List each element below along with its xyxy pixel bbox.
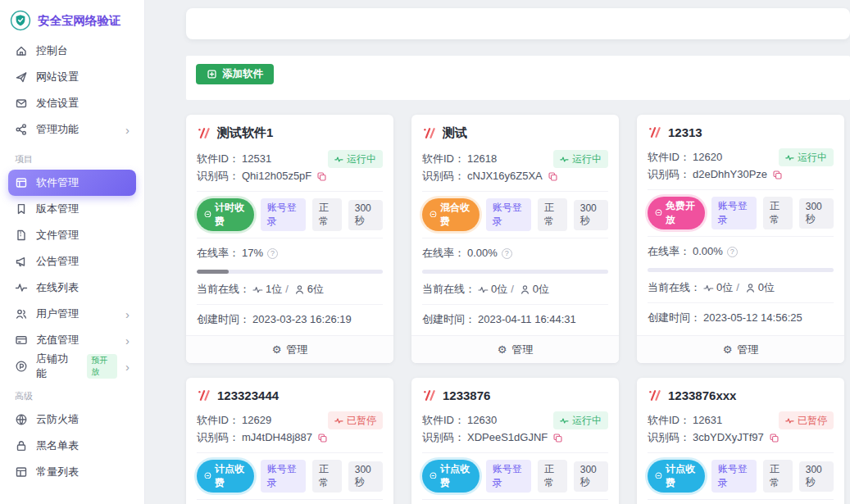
code-value: cNJX16y6Z5XA bbox=[467, 168, 543, 184]
credit-card-icon bbox=[15, 334, 28, 347]
unit-label: 位 bbox=[313, 281, 324, 297]
billing-coin-icon bbox=[430, 211, 437, 220]
sidebar-item-shop-functions[interactable]: 店铺功能 预开放 › bbox=[8, 353, 136, 379]
copy-icon[interactable] bbox=[317, 433, 328, 443]
software-id-label: 软件ID： bbox=[197, 414, 239, 426]
software-card: 12313 软件ID：12620 运行中 识别码： d2eDhhY30Pze bbox=[637, 115, 844, 363]
sidebar-item-constants-list[interactable]: 常量列表 bbox=[8, 459, 136, 485]
created-label: 创建时间： bbox=[648, 310, 701, 326]
chevron-right-icon: › bbox=[125, 124, 130, 136]
status-label: 运行中 bbox=[347, 151, 376, 167]
sidebar-item-file-management[interactable]: 文件管理 bbox=[8, 222, 136, 248]
manage-button[interactable]: ⚙ 管理 bbox=[637, 335, 844, 363]
sidebar-item-console[interactable]: 控制台 bbox=[8, 38, 136, 64]
billing-coin-icon bbox=[655, 209, 662, 218]
billing-label: 计点收费 bbox=[666, 462, 698, 490]
software-slash-icon bbox=[422, 388, 436, 402]
card-title: 1233876 bbox=[443, 388, 490, 402]
login-mode-tag: 账号登录 bbox=[711, 460, 757, 493]
sidebar-item-admin-functions[interactable]: 管理功能 › bbox=[8, 116, 136, 143]
status-pulse-icon bbox=[785, 153, 794, 162]
copy-icon[interactable] bbox=[552, 433, 563, 443]
billing-badge: 计点收费 bbox=[422, 460, 480, 493]
card-title: 测试软件1 bbox=[217, 125, 273, 141]
copy-icon[interactable] bbox=[548, 171, 558, 182]
manage-label: 管理 bbox=[511, 343, 533, 357]
billing-label: 计时收费 bbox=[215, 201, 247, 229]
status-pulse-icon bbox=[785, 416, 794, 425]
billing-coin-icon bbox=[655, 472, 662, 481]
help-icon[interactable]: ? bbox=[727, 247, 738, 257]
software-slash-icon bbox=[648, 125, 661, 139]
divider bbox=[422, 499, 608, 500]
online-rate-progress bbox=[648, 268, 834, 272]
table-icon bbox=[15, 465, 28, 479]
software-id-value: 12630 bbox=[467, 414, 497, 426]
sidebar-item-label: 文件管理 bbox=[36, 228, 79, 243]
window-icon bbox=[15, 176, 28, 189]
sidebar-item-recharge-management[interactable]: 充值管理 › bbox=[8, 327, 136, 353]
separator: / bbox=[511, 281, 514, 297]
card-body: 1233876xxx 软件ID：12631 已暂停 识别码： 3cbYDXyJT… bbox=[637, 378, 844, 504]
separator: / bbox=[285, 281, 289, 297]
state-tag: 正常 bbox=[763, 197, 793, 229]
code-value: mJ4tDH48j887 bbox=[242, 429, 312, 446]
card-title: 1233876xxx bbox=[668, 388, 736, 402]
software-card: 1233876xxx 软件ID：12631 已暂停 识别码： 3cbYDXyJT… bbox=[637, 378, 844, 504]
help-icon[interactable]: ? bbox=[502, 248, 512, 259]
brand-logo-icon bbox=[10, 10, 31, 31]
sidebar-item-mail-settings[interactable]: 发信设置 bbox=[8, 90, 136, 116]
status-label: 已暂停 bbox=[798, 412, 827, 429]
billing-label: 混合收费 bbox=[440, 201, 472, 229]
manage-button[interactable]: ⚙ 管理 bbox=[186, 335, 393, 363]
code-label: 识别码： bbox=[648, 166, 690, 183]
software-id-value: 12531 bbox=[242, 152, 271, 165]
online-rate-value: 17% bbox=[242, 245, 263, 261]
sidebar-item-label: 常量列表 bbox=[36, 465, 79, 479]
toolbar: 添加软件 bbox=[186, 56, 850, 100]
file-zip-icon bbox=[15, 229, 28, 242]
sidebar-item-label: 版本管理 bbox=[36, 202, 79, 216]
sidebar-item-cloud-firewall[interactable]: 云防火墙 bbox=[8, 406, 136, 433]
code-label: 识别码： bbox=[648, 429, 690, 446]
card-title: 测试 bbox=[443, 125, 467, 141]
billing-label: 计点收费 bbox=[215, 462, 247, 490]
status-badge: 已暂停 bbox=[779, 411, 834, 429]
sidebar-item-user-management[interactable]: 用户管理 › bbox=[8, 301, 136, 327]
copy-icon[interactable] bbox=[316, 171, 327, 182]
add-software-button[interactable]: 添加软件 bbox=[196, 64, 274, 84]
lock-icon bbox=[15, 439, 28, 452]
sidebar-item-online-list[interactable]: 在线列表 bbox=[8, 275, 136, 301]
sidebar-item-software-management[interactable]: 软件管理 bbox=[8, 170, 136, 196]
code-value: 3cbYDXyJTf97 bbox=[693, 429, 764, 446]
activity-icon bbox=[15, 281, 28, 294]
sidebar-item-site-settings[interactable]: 网站设置 bbox=[8, 64, 136, 90]
billing-coin-icon bbox=[204, 472, 211, 481]
separator: / bbox=[736, 279, 739, 296]
gear-icon: ⚙ bbox=[498, 343, 507, 356]
help-icon[interactable]: ? bbox=[267, 248, 278, 259]
code-value: Qhi12h05z5pF bbox=[242, 168, 311, 184]
sidebar-item-label: 公告管理 bbox=[36, 254, 79, 269]
sidebar: 安全宝网络验证 控制台 网站设置 发信设置 管理功能 › 项目 软件管理 版本管… bbox=[0, 0, 145, 504]
sidebar-item-version-management[interactable]: 版本管理 bbox=[8, 196, 136, 222]
sidebar-item-blacklist[interactable]: 黑名单表 bbox=[8, 433, 136, 459]
section-label-advanced: 高级 bbox=[8, 379, 136, 406]
manage-button[interactable]: ⚙ 管理 bbox=[411, 335, 619, 363]
billing-badge: 计时收费 bbox=[197, 198, 254, 231]
software-id-label: 软件ID： bbox=[422, 152, 465, 165]
sidebar-item-label: 店铺功能 bbox=[36, 352, 74, 381]
sidebar-item-announcement-management[interactable]: 公告管理 bbox=[8, 248, 136, 275]
login-mode-tag: 账号登录 bbox=[486, 460, 531, 493]
divider bbox=[648, 302, 834, 303]
signal-icon bbox=[252, 284, 263, 295]
sidebar-item-label: 网站设置 bbox=[36, 70, 79, 84]
code-value: XDPeeS1dGJNF bbox=[467, 429, 548, 446]
main-content: 添加软件 测试软件1 软件ID：12531 bbox=[186, 0, 850, 504]
status-pulse-icon bbox=[334, 416, 343, 425]
copy-icon[interactable] bbox=[772, 170, 783, 180]
sidebar-item-label: 在线列表 bbox=[36, 280, 79, 295]
login-mode-tag: 账号登录 bbox=[261, 460, 306, 493]
copy-icon[interactable] bbox=[769, 433, 780, 443]
software-card-grid: 测试软件1 软件ID：12531 运行中 识别码： Qhi12h05z5pF bbox=[186, 115, 850, 504]
